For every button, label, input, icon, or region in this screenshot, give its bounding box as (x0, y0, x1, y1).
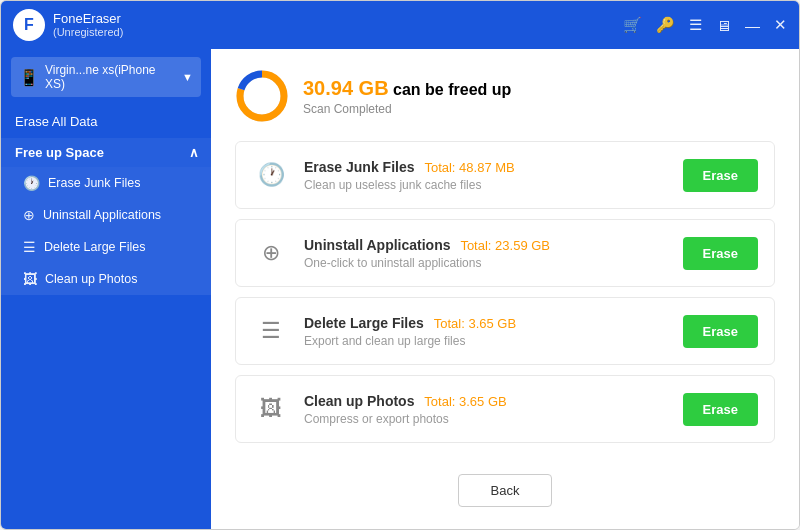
uninstall-apps-row: ⊕ Uninstall Applications Total: 23.59 GB… (235, 219, 775, 287)
uninstall-apps-info: Uninstall Applications Total: 23.59 GB O… (304, 237, 669, 270)
donut-chart (235, 69, 289, 123)
photo-icon: 🖼 (23, 271, 37, 287)
files-icon: ☰ (23, 239, 36, 255)
clock-icon: 🕐 (252, 156, 290, 194)
sidebar-item-uninstall-apps[interactable]: ⊕ Uninstall Applications (1, 199, 211, 231)
delete-large-desc: Export and clean up large files (304, 334, 669, 348)
menu-icon[interactable]: ☰ (689, 16, 702, 34)
sidebar-sub-label: Uninstall Applications (43, 208, 161, 222)
title-bar-right: 🛒 🔑 ☰ 🖥 — ✕ (623, 16, 787, 34)
main-layout: 📱 Virgin...ne xs(iPhone XS) ▼ Erase All … (1, 49, 799, 529)
uninstall-apps-total: Total: 23.59 GB (460, 238, 550, 253)
content-area: 30.94 GB can be freed up Scan Completed … (211, 49, 799, 529)
sidebar-item-erase-junk[interactable]: 🕐 Erase Junk Files (1, 167, 211, 199)
sidebar-item-label: Erase All Data (15, 114, 97, 129)
title-bar: F FoneEraser (Unregistered) 🛒 🔑 ☰ 🖥 — ✕ (1, 1, 799, 49)
key-icon[interactable]: 🔑 (656, 16, 675, 34)
bottom-bar: Back (235, 464, 775, 513)
cleanup-photos-info: Clean up Photos Total: 3.65 GB Compress … (304, 393, 669, 426)
files-icon: ☰ (252, 312, 290, 350)
cleanup-photos-row: 🖼 Clean up Photos Total: 3.65 GB Compres… (235, 375, 775, 443)
scan-info: 30.94 GB can be freed up Scan Completed (303, 77, 511, 116)
cleanup-photos-total: Total: 3.65 GB (424, 394, 506, 409)
freed-gb: 30.94 GB (303, 77, 389, 99)
cleanup-photos-desc: Compress or export photos (304, 412, 669, 426)
cleanup-photos-title: Clean up Photos Total: 3.65 GB (304, 393, 669, 409)
sidebar-item-cleanup-photos[interactable]: 🖼 Clean up Photos (1, 263, 211, 295)
erase-junk-info: Erase Junk Files Total: 48.87 MB Clean u… (304, 159, 669, 192)
cart-icon[interactable]: 🛒 (623, 16, 642, 34)
minimize-button[interactable]: — (745, 17, 760, 34)
erase-junk-total: Total: 48.87 MB (424, 160, 514, 175)
close-button[interactable]: ✕ (774, 16, 787, 34)
sidebar: 📱 Virgin...ne xs(iPhone XS) ▼ Erase All … (1, 49, 211, 529)
delete-large-info: Delete Large Files Total: 3.65 GB Export… (304, 315, 669, 348)
sidebar-item-erase-all[interactable]: Erase All Data (1, 105, 211, 138)
erase-junk-title: Erase Junk Files Total: 48.87 MB (304, 159, 669, 175)
freed-suffix: can be freed up (389, 81, 512, 98)
sidebar-sub-label: Clean up Photos (45, 272, 137, 286)
back-button[interactable]: Back (458, 474, 553, 507)
erase-junk-desc: Clean up useless junk cache files (304, 178, 669, 192)
sidebar-item-delete-large[interactable]: ☰ Delete Large Files (1, 231, 211, 263)
erase-large-button[interactable]: Erase (683, 315, 758, 348)
clock-icon: 🕐 (23, 175, 40, 191)
uninstall-apps-title: Uninstall Applications Total: 23.59 GB (304, 237, 669, 253)
monitor-icon[interactable]: 🖥 (716, 17, 731, 34)
delete-large-total: Total: 3.65 GB (434, 316, 516, 331)
chevron-down-icon: ▼ (182, 71, 193, 83)
device-name: Virgin...ne xs(iPhone XS) (45, 63, 176, 91)
freed-text: 30.94 GB can be freed up (303, 77, 511, 100)
apps-icon: ⊕ (23, 207, 35, 223)
sidebar-sub-section: 🕐 Erase Junk Files ⊕ Uninstall Applicati… (1, 167, 211, 295)
erase-junk-row: 🕐 Erase Junk Files Total: 48.87 MB Clean… (235, 141, 775, 209)
scan-status: Scan Completed (303, 102, 511, 116)
chevron-up-icon: ∧ (189, 145, 199, 160)
sidebar-sub-label: Erase Junk Files (48, 176, 140, 190)
photo-icon: 🖼 (252, 390, 290, 428)
sidebar-sub-label: Delete Large Files (44, 240, 145, 254)
free-up-label: Free up Space (15, 145, 104, 160)
erase-apps-button[interactable]: Erase (683, 237, 758, 270)
delete-large-title: Delete Large Files Total: 3.65 GB (304, 315, 669, 331)
scan-header: 30.94 GB can be freed up Scan Completed (235, 69, 775, 123)
app-name: FoneEraser (53, 11, 123, 27)
app-logo: F (13, 9, 45, 41)
sidebar-item-free-up-space[interactable]: Free up Space ∧ (1, 138, 211, 167)
title-bar-left: F FoneEraser (Unregistered) (13, 9, 123, 41)
uninstall-apps-desc: One-click to uninstall applications (304, 256, 669, 270)
delete-large-row: ☰ Delete Large Files Total: 3.65 GB Expo… (235, 297, 775, 365)
apps-icon: ⊕ (252, 234, 290, 272)
phone-icon: 📱 (19, 68, 39, 87)
app-subtitle: (Unregistered) (53, 26, 123, 39)
erase-photos-button[interactable]: Erase (683, 393, 758, 426)
erase-junk-button[interactable]: Erase (683, 159, 758, 192)
app-title: FoneEraser (Unregistered) (53, 11, 123, 40)
device-selector[interactable]: 📱 Virgin...ne xs(iPhone XS) ▼ (11, 57, 201, 97)
